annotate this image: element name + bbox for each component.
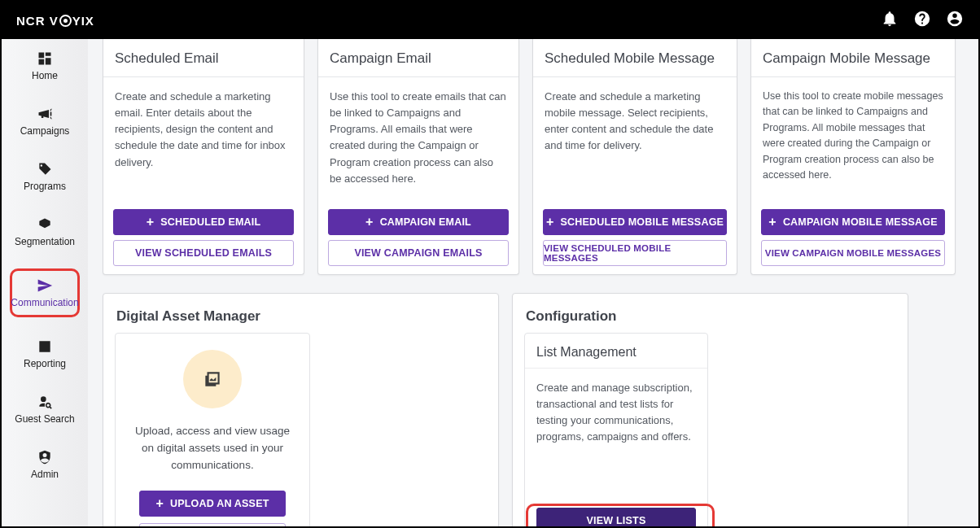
communication-cards-row: Scheduled Email Create and schedule a ma… <box>103 39 964 275</box>
digital-asset-manager-panel: Digital Asset Manager Upload, access and… <box>103 293 499 526</box>
brand-logo: NCR V YIX <box>16 14 94 28</box>
dam-card: Upload, access and view usage on digital… <box>115 333 310 526</box>
configuration-panel: Configuration List Management Create and… <box>512 293 908 526</box>
sidebar-item-label: Reporting <box>24 358 66 369</box>
help-icon[interactable] <box>913 10 931 31</box>
send-icon <box>37 277 53 294</box>
card-title: Scheduled Email <box>103 39 304 77</box>
brand-text-2: YIX <box>72 14 94 28</box>
sidebar-item-reporting[interactable]: Reporting <box>10 335 80 373</box>
list-management-title: List Management <box>525 334 707 369</box>
button-label: SCHEDULED MOBILE MESSAGE <box>560 216 724 228</box>
button-label: VIEW CAMPAIGN MOBILE MESSAGES <box>765 248 941 258</box>
scheduled-mobile-create-button[interactable]: + SCHEDULED MOBILE MESSAGE <box>543 209 727 235</box>
sidebar-item-label: Home <box>32 70 58 81</box>
button-label: UPLOAD AN ASSET <box>170 498 269 509</box>
sidebar-item-guest-search[interactable]: Guest Search <box>10 391 80 428</box>
button-label: VIEW LISTS <box>587 515 646 526</box>
button-label: VIEW CAMPAIGN EMAILS <box>354 247 482 259</box>
list-management-desc: Create and manage subscription, transact… <box>536 369 696 452</box>
appbar-actions <box>881 10 964 31</box>
upload-asset-button[interactable]: + UPLOAD AN ASSET <box>139 491 286 517</box>
guest-search-icon <box>37 394 53 410</box>
card-title: Scheduled Mobile Message <box>533 39 737 77</box>
sidebar-item-campaigns[interactable]: Campaigns <box>10 103 80 140</box>
plus-icon: + <box>365 216 374 229</box>
view-lists-button[interactable]: VIEW LISTS <box>536 508 696 526</box>
scheduled-email-view-button[interactable]: VIEW SCHEDULED EMAILS <box>113 240 294 266</box>
appbar: NCR V YIX <box>2 2 978 39</box>
plus-icon: + <box>546 216 554 229</box>
plus-icon: + <box>147 216 155 229</box>
campaign-mobile-view-button[interactable]: VIEW CAMPAIGN MOBILE MESSAGES <box>761 240 945 266</box>
brand-ring-icon <box>59 15 72 27</box>
chart-icon <box>37 338 53 355</box>
dam-heading: Digital Asset Manager <box>115 303 487 333</box>
image-icon <box>183 350 242 408</box>
sidebar-item-communication[interactable]: Communication <box>10 268 80 317</box>
sidebar-item-home[interactable]: Home <box>10 47 80 85</box>
sidebar-item-label: Programs <box>24 181 66 192</box>
content: Scheduled Email Create and schedule a ma… <box>88 39 978 526</box>
sidebar-item-programs[interactable]: Programs <box>10 158 80 195</box>
sidebar-item-label: Segmentation <box>15 236 75 247</box>
admin-icon <box>37 449 53 465</box>
dam-text: Upload, access and view usage on digital… <box>127 423 298 474</box>
card-desc: Use this tool to create emails that can … <box>318 77 518 194</box>
view-digital-assets-button[interactable]: VIEW DIGITAL ASSETS <box>139 523 286 526</box>
plus-icon: + <box>768 216 777 229</box>
card-desc: Create and schedule a marketing mobile m… <box>533 77 737 161</box>
bullhorn-icon <box>37 106 53 122</box>
plus-icon: + <box>155 497 164 510</box>
button-label: CAMPAIGN MOBILE MESSAGE <box>783 216 938 228</box>
button-label: SCHEDULED EMAIL <box>160 216 260 228</box>
sidebar-item-label: Admin <box>31 469 59 480</box>
campaign-email-view-button[interactable]: VIEW CAMPAIGN EMAILS <box>328 240 509 266</box>
list-management-card: List Management Create and manage subscr… <box>524 333 708 526</box>
campaign-email-create-button[interactable]: + CAMPAIGN EMAIL <box>328 209 509 235</box>
card-desc: Create and schedule a marketing email. E… <box>103 77 304 177</box>
brand-text-1: NCR V <box>16 14 59 28</box>
sidebar-item-label: Campaigns <box>20 125 70 137</box>
lower-panels-row: Digital Asset Manager Upload, access and… <box>103 293 964 526</box>
card-campaign-email: Campaign Email Use this tool to create e… <box>317 39 519 275</box>
home-icon <box>37 50 53 67</box>
tag-icon <box>37 161 53 177</box>
card-title: Campaign Mobile Message <box>751 39 955 77</box>
card-title: Campaign Email <box>318 39 518 77</box>
sidebar-item-admin[interactable]: Admin <box>10 446 80 483</box>
sidebar-item-segmentation[interactable]: Segmentation <box>10 213 80 251</box>
sidebar-item-label: Communication <box>11 297 78 308</box>
page: Home Campaigns Programs Segmentation Com… <box>2 39 978 526</box>
card-scheduled-email: Scheduled Email Create and schedule a ma… <box>103 39 304 275</box>
campaign-mobile-create-button[interactable]: + CAMPAIGN MOBILE MESSAGE <box>761 209 945 235</box>
sidebar-item-label: Guest Search <box>15 413 74 425</box>
button-label: VIEW SCHEDULED MOBILE MESSAGES <box>544 243 726 263</box>
notifications-icon[interactable] <box>881 10 899 31</box>
segment-icon <box>37 216 53 233</box>
button-label: CAMPAIGN EMAIL <box>380 216 471 228</box>
scheduled-mobile-view-button[interactable]: VIEW SCHEDULED MOBILE MESSAGES <box>543 240 727 266</box>
card-scheduled-mobile: Scheduled Mobile Message Create and sche… <box>532 39 737 275</box>
button-label: VIEW SCHEDULED EMAILS <box>135 247 272 259</box>
card-desc: Use this tool to create mobile messages … <box>751 77 955 190</box>
sidebar: Home Campaigns Programs Segmentation Com… <box>2 39 88 526</box>
scheduled-email-create-button[interactable]: + SCHEDULED EMAIL <box>113 209 294 235</box>
account-icon[interactable] <box>946 10 964 31</box>
card-campaign-mobile: Campaign Mobile Message Use this tool to… <box>750 39 956 275</box>
config-heading: Configuration <box>524 303 896 333</box>
